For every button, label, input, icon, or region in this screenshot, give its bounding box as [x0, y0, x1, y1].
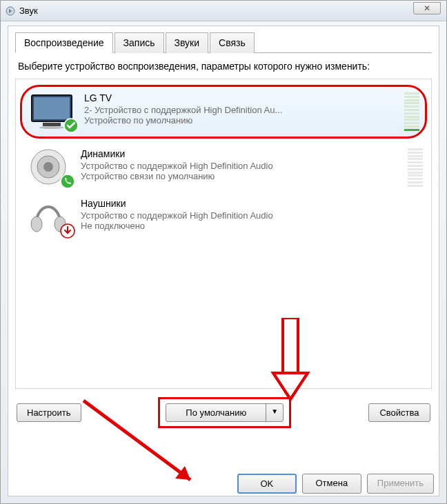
tab-communications[interactable]: Связь: [210, 32, 255, 53]
device-status: Не подключено: [81, 221, 423, 231]
device-list: LG TV 2- Устройство с поддержкой High De…: [15, 79, 432, 389]
down-badge-icon: [60, 223, 75, 239]
set-default-button[interactable]: По умолчанию ▼: [166, 403, 284, 422]
apply-button[interactable]: Применить: [367, 474, 434, 494]
level-meter: [408, 148, 423, 187]
device-item-headphones[interactable]: Наушники Устройство с поддержкой High De…: [19, 192, 428, 241]
headphones-icon: [24, 198, 72, 236]
svg-point-10: [31, 216, 42, 232]
tab-sounds[interactable]: Звуки: [166, 32, 209, 53]
speaker-icon: [24, 148, 72, 186]
svg-point-9: [61, 174, 74, 188]
svg-rect-3: [43, 123, 61, 126]
tab-recording[interactable]: Запись: [115, 32, 164, 53]
device-description: Устройство с поддержкой High Definition …: [81, 210, 423, 221]
ok-button[interactable]: OK: [237, 474, 297, 494]
device-name: LG TV: [84, 92, 400, 103]
bottom-button-row: Настроить По умолчанию ▼ Свойства: [15, 397, 432, 428]
sound-dialog: Звук ✕ Воспроизведение Запись Звуки Связ…: [0, 0, 447, 504]
close-button[interactable]: ✕: [413, 2, 441, 14]
check-badge-icon: [63, 118, 79, 133]
dialog-action-row: OK Отмена Применить: [237, 474, 434, 494]
tab-playback[interactable]: Воспроизведение: [15, 32, 113, 53]
tabs: Воспроизведение Запись Звуки Связь: [15, 32, 432, 53]
level-meter: [404, 92, 419, 131]
device-description: Устройство с поддержкой High Definition …: [81, 161, 404, 171]
configure-button[interactable]: Настроить: [17, 403, 81, 422]
device-description: 2- Устройство с поддержкой High Definiti…: [84, 105, 400, 115]
device-status: Устройство связи по умолчанию: [81, 171, 404, 181]
annotation-highlight-default: По умолчанию ▼: [158, 397, 291, 428]
svg-rect-2: [34, 97, 70, 119]
tv-icon: [28, 92, 76, 130]
device-name: Наушники: [81, 198, 423, 209]
device-item-speakers[interactable]: Динамики Устройство с поддержкой High De…: [19, 143, 428, 192]
instruction-text: Выберите устройство воспроизведения, пар…: [18, 60, 429, 73]
properties-button[interactable]: Свойства: [368, 403, 430, 422]
device-item-lg-tv[interactable]: LG TV 2- Устройство с поддержкой High De…: [20, 85, 427, 139]
svg-point-4: [39, 126, 64, 129]
device-info: LG TV 2- Устройство с поддержкой High De…: [84, 92, 400, 125]
device-info: Наушники Устройство с поддержкой High De…: [81, 198, 423, 231]
cancel-button[interactable]: Отмена: [302, 474, 361, 494]
titlebar: Звук ✕: [1, 1, 446, 21]
dialog-body: Воспроизведение Запись Звуки Связь Выбер…: [8, 26, 439, 496]
device-info: Динамики Устройство с поддержкой High De…: [81, 148, 404, 181]
window-title: Звук: [19, 6, 38, 16]
svg-point-8: [43, 162, 53, 172]
device-name: Динамики: [81, 148, 404, 159]
sound-icon: [5, 6, 16, 17]
phone-badge-icon: [60, 174, 75, 189]
dropdown-arrow-icon[interactable]: ▼: [266, 404, 283, 421]
set-default-label[interactable]: По умолчанию: [166, 404, 266, 421]
device-status: Устройство по умолчанию: [84, 115, 400, 125]
